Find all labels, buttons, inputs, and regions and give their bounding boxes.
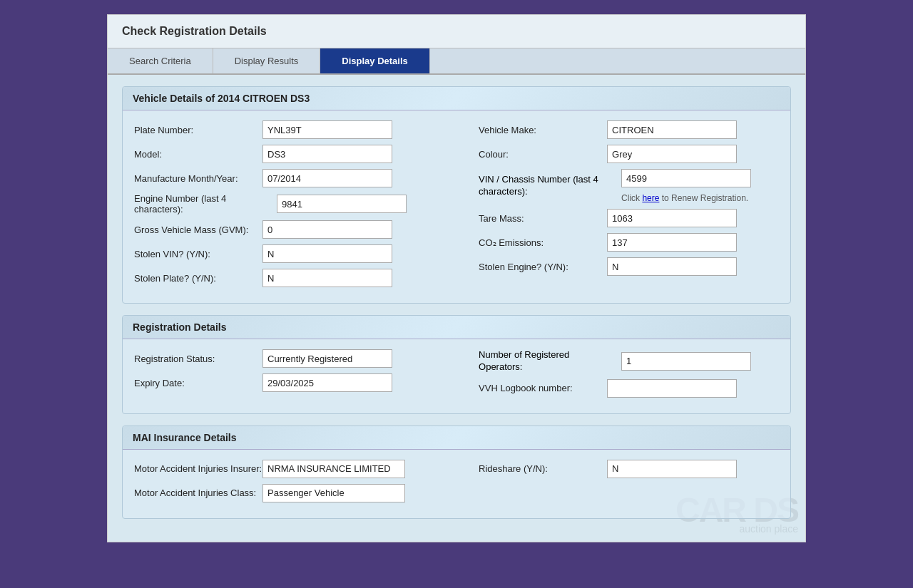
input-mai-class[interactable]: [262, 484, 405, 502]
mai-left-col: Motor Accident Injuries Insurer: Motor A…: [134, 460, 464, 508]
field-manufacture-date: Manufacture Month/Year:: [134, 169, 464, 187]
label-engine-number: Engine Number (last 4characters):: [134, 193, 277, 215]
mai-right-col: Rideshare (Y/N):: [479, 460, 779, 508]
label-mai-insurer: Motor Accident Injuries Insurer:: [134, 463, 262, 474]
main-container: Check Registration Details Search Criter…: [107, 14, 806, 542]
field-rideshare: Rideshare (Y/N):: [479, 460, 779, 478]
registration-form-columns: Registration Status: Expiry Date: Number…: [134, 349, 779, 403]
vehicle-left-col: Plate Number: Model: Manufacture Month/Y…: [134, 120, 464, 293]
input-plate-number[interactable]: [262, 120, 392, 139]
input-stolen-engine[interactable]: [607, 257, 737, 276]
label-gvm: Gross Vehicle Mass (GVM):: [134, 225, 262, 235]
field-mai-class: Motor Accident Injuries Class:: [134, 484, 464, 502]
input-tare-mass[interactable]: [607, 209, 737, 227]
input-vin[interactable]: [621, 169, 751, 187]
field-model: Model:: [134, 145, 464, 163]
field-stolen-engine: Stolen Engine? (Y/N):: [479, 257, 779, 276]
label-stolen-engine: Stolen Engine? (Y/N):: [479, 262, 607, 272]
label-colour: Colour:: [479, 149, 607, 160]
input-rideshare[interactable]: [607, 460, 737, 478]
registration-left-col: Registration Status: Expiry Date:: [134, 349, 464, 403]
label-tare-mass: Tare Mass:: [479, 213, 607, 224]
input-model[interactable]: [262, 145, 392, 163]
tab-search-criteria[interactable]: Search Criteria: [108, 48, 213, 73]
field-num-operators: Number of RegisteredOperators:: [479, 349, 779, 373]
tab-display-results[interactable]: Display Results: [213, 48, 321, 73]
field-vin: VIN / Chassis Number (last 4characters):…: [479, 169, 779, 203]
renew-registration-text: Click here to Renew Registration.: [621, 193, 751, 203]
vehicle-details-section: Vehicle Details of 2014 CITROEN DS3 Plat…: [122, 86, 791, 304]
registration-section-body: Registration Status: Expiry Date: Number…: [123, 339, 790, 413]
field-gvm: Gross Vehicle Mass (GVM):: [134, 220, 464, 239]
input-reg-status[interactable]: [262, 349, 392, 368]
field-reg-status: Registration Status:: [134, 349, 464, 368]
label-plate-number: Plate Number:: [134, 125, 262, 135]
content-area: Vehicle Details of 2014 CITROEN DS3 Plat…: [108, 75, 805, 542]
registration-details-section: Registration Details Registration Status…: [122, 315, 791, 414]
label-num-operators: Number of RegisteredOperators:: [479, 349, 621, 373]
tab-display-details[interactable]: Display Details: [320, 48, 430, 73]
input-gvm[interactable]: [262, 220, 392, 239]
input-expiry-date[interactable]: [262, 373, 392, 392]
field-expiry-date: Expiry Date:: [134, 373, 464, 392]
label-stolen-vin: Stolen VIN? (Y/N):: [134, 249, 262, 259]
label-vehicle-make: Vehicle Make:: [479, 125, 607, 135]
field-stolen-plate: Stolen Plate? (Y/N):: [134, 269, 464, 287]
label-vin: VIN / Chassis Number (last 4characters):: [479, 174, 621, 198]
field-colour: Colour:: [479, 145, 779, 163]
vehicle-section-header: Vehicle Details of 2014 CITROEN DS3: [123, 87, 790, 110]
registration-right-col: Number of RegisteredOperators: VVH Logbo…: [479, 349, 779, 403]
page-title: Check Registration Details: [108, 15, 805, 48]
field-engine-number: Engine Number (last 4characters):: [134, 193, 464, 215]
input-num-operators[interactable]: [621, 352, 751, 371]
vehicle-section-body: Plate Number: Model: Manufacture Month/Y…: [123, 110, 790, 303]
field-vehicle-make: Vehicle Make:: [479, 120, 779, 139]
field-mai-insurer: Motor Accident Injuries Insurer:: [134, 460, 464, 478]
label-stolen-plate: Stolen Plate? (Y/N):: [134, 273, 262, 284]
tab-bar: Search Criteria Display Results Display …: [108, 48, 805, 75]
mai-section-header: MAI Insurance Details: [123, 426, 790, 450]
label-rideshare: Rideshare (Y/N):: [479, 463, 607, 474]
input-engine-number[interactable]: [277, 195, 407, 213]
label-vvh-logbook: VVH Logbook number:: [479, 383, 607, 393]
label-expiry-date: Expiry Date:: [134, 378, 262, 388]
field-tare-mass: Tare Mass:: [479, 209, 779, 227]
input-mai-insurer[interactable]: [262, 460, 405, 478]
field-plate-number: Plate Number:: [134, 120, 464, 139]
label-mai-class: Motor Accident Injuries Class:: [134, 488, 262, 498]
vehicle-right-col: Vehicle Make: Colour: VIN / Chassis Numb…: [479, 120, 779, 293]
renew-link[interactable]: here: [642, 193, 659, 203]
field-vvh-logbook: VVH Logbook number:: [479, 379, 779, 398]
mai-form-columns: Motor Accident Injuries Insurer: Motor A…: [134, 460, 779, 508]
field-stolen-vin: Stolen VIN? (Y/N):: [134, 244, 464, 263]
vehicle-form-columns: Plate Number: Model: Manufacture Month/Y…: [134, 120, 779, 293]
field-co2: CO₂ Emissions:: [479, 233, 779, 252]
input-vvh-logbook[interactable]: [607, 379, 737, 398]
registration-section-header: Registration Details: [123, 316, 790, 339]
input-vehicle-make[interactable]: [607, 120, 737, 139]
input-stolen-plate[interactable]: [262, 269, 392, 287]
mai-insurance-section: MAI Insurance Details Motor Accident Inj…: [122, 425, 791, 519]
mai-section-body: Motor Accident Injuries Insurer: Motor A…: [123, 450, 790, 518]
label-manufacture-date: Manufacture Month/Year:: [134, 173, 262, 184]
label-co2: CO₂ Emissions:: [479, 237, 607, 248]
input-stolen-vin[interactable]: [262, 244, 392, 263]
input-manufacture-date[interactable]: [262, 169, 392, 187]
label-model: Model:: [134, 149, 262, 160]
input-co2[interactable]: [607, 233, 737, 252]
label-reg-status: Registration Status:: [134, 354, 262, 364]
input-colour[interactable]: [607, 145, 737, 163]
